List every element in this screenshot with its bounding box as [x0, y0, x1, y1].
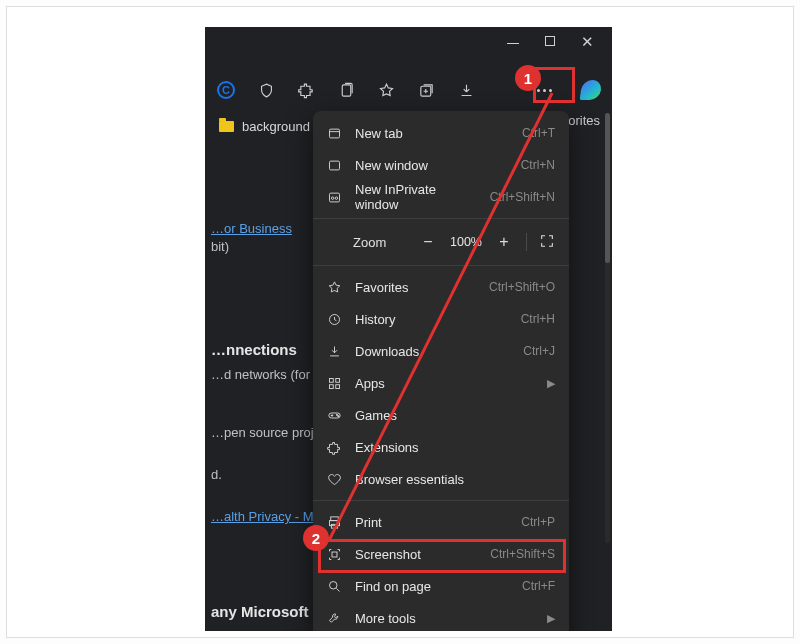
menu-item-label: New tab — [355, 126, 510, 141]
games-icon — [325, 406, 343, 424]
more-menu-button[interactable] — [526, 75, 562, 105]
svg-rect-18 — [332, 552, 337, 557]
menu-find-on-page[interactable]: Find on page Ctrl+F — [313, 570, 569, 602]
menu-inprivate[interactable]: New InPrivate window Ctrl+Shift+N — [313, 181, 569, 213]
menu-divider — [313, 265, 569, 266]
svg-rect-10 — [329, 384, 333, 388]
shortcut-text: Ctrl+Shift+N — [490, 190, 555, 204]
chevron-right-icon: ▶ — [547, 377, 555, 390]
menu-downloads[interactable]: Downloads Ctrl+J — [313, 335, 569, 367]
menu-favorites[interactable]: Favorites Ctrl+Shift+O — [313, 271, 569, 303]
shortcut-text: Ctrl+Shift+S — [490, 547, 555, 561]
shortcut-text: Ctrl+H — [521, 312, 555, 326]
settings-and-more-menu: New tab Ctrl+T New window Ctrl+N New InP… — [313, 111, 569, 631]
menu-item-label: Downloads — [355, 344, 511, 359]
print-icon — [325, 513, 343, 531]
menu-item-label: History — [355, 312, 509, 327]
svg-rect-11 — [335, 384, 339, 388]
menu-new-window[interactable]: New window Ctrl+N — [313, 149, 569, 181]
copilot-icon[interactable] — [580, 79, 602, 101]
edge-window: ✕ C — [205, 27, 612, 631]
shortcut-text: Ctrl+J — [523, 344, 555, 358]
svg-rect-2 — [329, 129, 339, 138]
svg-point-5 — [331, 196, 334, 199]
page-text: …or Business — [211, 221, 292, 236]
menu-item-label: Favorites — [355, 280, 477, 295]
zoom-out-button[interactable]: − — [418, 232, 438, 252]
page-text: …pen source proje — [211, 425, 321, 440]
fullscreen-icon[interactable] — [539, 233, 557, 251]
menu-item-label: Games — [355, 408, 555, 423]
menu-item-label: Apps — [355, 376, 535, 391]
menu-history[interactable]: History Ctrl+H — [313, 303, 569, 335]
svg-rect-15 — [330, 516, 338, 520]
menu-screenshot[interactable]: Screenshot Ctrl+Shift+S — [313, 538, 569, 570]
new-tab-icon — [325, 124, 343, 142]
zoom-percent: 100% — [448, 235, 484, 249]
page-heading: …nnections — [211, 341, 297, 358]
star-icon — [325, 278, 343, 296]
folder-icon — [219, 121, 234, 132]
tutorial-canvas: ✕ C — [6, 6, 794, 638]
profile-icon[interactable]: C — [215, 79, 237, 101]
other-favorites[interactable]: orites — [568, 113, 600, 128]
menu-item-label: Find on page — [355, 579, 510, 594]
menu-more-tools[interactable]: More tools ▶ — [313, 602, 569, 631]
scrollbar-thumb[interactable] — [605, 113, 610, 263]
shortcut-text: Ctrl+P — [521, 515, 555, 529]
menu-games[interactable]: Games — [313, 399, 569, 431]
minimize-button[interactable] — [507, 43, 519, 48]
apps-icon — [325, 374, 343, 392]
svg-rect-4 — [329, 193, 339, 202]
svg-point-13 — [336, 414, 337, 415]
favorites-folder[interactable]: background — [242, 119, 310, 134]
page-heading: any Microsoft — [211, 603, 309, 620]
download-icon — [325, 342, 343, 360]
svg-rect-9 — [335, 378, 339, 382]
menu-print[interactable]: Print Ctrl+P — [313, 506, 569, 538]
menu-item-label: Screenshot — [355, 547, 478, 562]
shortcut-text: Ctrl+Shift+O — [489, 280, 555, 294]
menu-divider — [313, 500, 569, 501]
history-icon — [325, 310, 343, 328]
zoom-in-button[interactable]: + — [494, 232, 514, 252]
tools-icon — [325, 609, 343, 627]
page-text: …d networks (for ex — [211, 367, 327, 382]
menu-item-label: More tools — [355, 611, 535, 626]
svg-rect-3 — [329, 161, 339, 170]
browser-toolbar: C — [205, 73, 612, 107]
svg-point-19 — [329, 581, 337, 589]
svg-point-14 — [337, 415, 338, 416]
svg-rect-17 — [331, 524, 337, 528]
heart-pulse-icon — [325, 470, 343, 488]
svg-point-6 — [335, 196, 338, 199]
menu-extensions[interactable]: Extensions — [313, 431, 569, 463]
screenshot-icon — [325, 545, 343, 563]
menu-item-label: Print — [355, 515, 509, 530]
menu-new-tab[interactable]: New tab Ctrl+T — [313, 117, 569, 149]
download-icon[interactable] — [455, 79, 477, 101]
shield-icon[interactable] — [255, 79, 277, 101]
favorites-star-icon[interactable] — [375, 79, 397, 101]
zoom-label: Zoom — [325, 235, 386, 250]
puzzle-icon — [325, 438, 343, 456]
menu-browser-essentials[interactable]: Browser essentials — [313, 463, 569, 495]
shortcut-text: Ctrl+F — [522, 579, 555, 593]
maximize-button[interactable] — [545, 36, 555, 46]
divider — [526, 233, 527, 251]
menu-item-label: Extensions — [355, 440, 555, 455]
tab-actions-icon[interactable] — [415, 79, 437, 101]
menu-apps[interactable]: Apps ▶ — [313, 367, 569, 399]
svg-rect-8 — [329, 378, 333, 382]
extensions-icon[interactable] — [295, 79, 317, 101]
collections-icon[interactable] — [335, 79, 357, 101]
close-window-button[interactable]: ✕ — [581, 36, 594, 48]
search-icon — [325, 577, 343, 595]
svg-rect-0 — [342, 84, 351, 95]
menu-divider — [313, 218, 569, 219]
page-text: bit) — [211, 239, 229, 254]
inprivate-icon — [325, 188, 343, 206]
window-controls: ✕ — [507, 36, 594, 48]
menu-item-label: New window — [355, 158, 509, 173]
page-text: d. — [211, 467, 222, 482]
